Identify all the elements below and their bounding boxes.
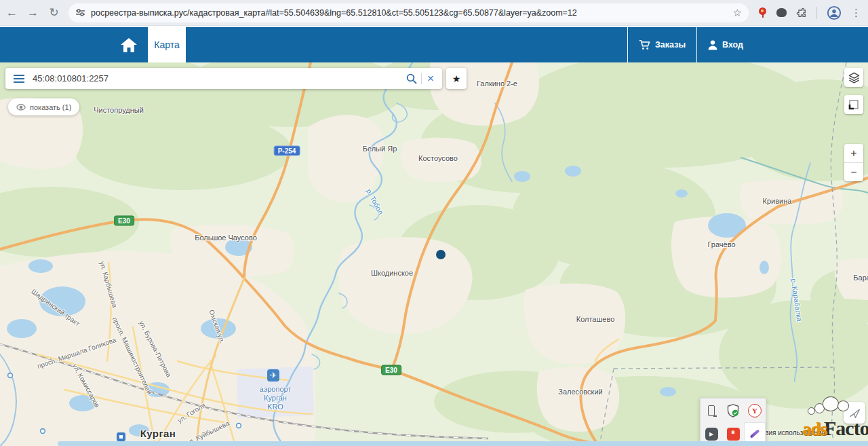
map-label: Залесовский — [558, 388, 602, 396]
map-canvas[interactable]: ЧистопрудныйГалкино 2-еБелый ЯрКостоусов… — [0, 62, 868, 446]
extension-shield-icon[interactable] — [776, 8, 787, 17]
browser-extensions: ⋮ — [758, 5, 868, 20]
map-base-art — [0, 62, 868, 446]
zoom-control: + − — [844, 144, 863, 181]
person-icon — [708, 40, 717, 50]
watermark-factory: Factory — [824, 417, 868, 440]
show-results-label: показать (1) — [30, 103, 71, 111]
navbar-right: Заказы Вход — [627, 27, 868, 62]
map-label: Колташево — [576, 315, 615, 323]
browser-back-icon[interactable]: ← — [3, 3, 21, 23]
zoom-in-button[interactable]: + — [844, 144, 863, 162]
eye-icon — [16, 104, 26, 111]
page-root: ← → ↻ росреестра-выписка.рус/кадастровая… — [0, 0, 868, 446]
site-navbar: Карта Заказы Вход — [0, 27, 868, 62]
map-label: Шкодинское — [371, 269, 413, 277]
railway-station-icon — [117, 432, 125, 441]
map-label: Кривина — [763, 197, 792, 205]
extension-pin-icon[interactable] — [758, 7, 767, 18]
layers-icon — [848, 72, 860, 83]
airport-icon: ✈ — [267, 369, 279, 382]
search-bar: × — [5, 68, 442, 89]
watermark-ads: ads — [802, 419, 827, 440]
profile-avatar-icon[interactable] — [827, 5, 842, 20]
clear-search-icon[interactable]: × — [422, 72, 442, 86]
system-tray-popup: Y ▶ * — [700, 398, 766, 446]
address-bar[interactable]: росреестра-выписка.рус/кадастровая_карта… — [68, 3, 749, 22]
site-settings-icon[interactable] — [75, 7, 85, 18]
tray-shield-icon[interactable] — [722, 398, 744, 422]
map-label: Костоусово — [418, 154, 458, 162]
bottom-scroll-strip[interactable] — [58, 441, 868, 446]
bookmark-star-icon[interactable]: ☆ — [733, 7, 742, 19]
road-badge: E30 — [114, 216, 134, 226]
map-label: Большое Чаусово — [195, 234, 257, 242]
tab-map-label: Карта — [154, 39, 179, 50]
map-label: Барашково — [853, 274, 868, 282]
home-button[interactable] — [110, 27, 148, 62]
login-button[interactable]: Вход — [697, 27, 754, 62]
show-results-button[interactable]: показать (1) — [8, 98, 79, 115]
map-label: Грачёво — [707, 240, 735, 248]
login-label: Вход — [722, 40, 743, 50]
browser-forward-icon[interactable]: → — [24, 3, 42, 23]
map-label: Курган — [140, 428, 176, 439]
browser-menu-icon[interactable]: ⋮ — [851, 7, 861, 19]
smoke-cloud-icon — [802, 394, 868, 417]
extensions-puzzle-icon[interactable] — [796, 7, 807, 18]
toolbar-divider — [816, 7, 817, 19]
road-badge: Р-254 — [274, 146, 300, 156]
map-label: Чистопрудный — [94, 106, 144, 114]
zoom-out-button[interactable]: − — [844, 163, 863, 181]
select-area-button[interactable] — [844, 95, 863, 114]
favorites-button[interactable]: ★ — [446, 68, 467, 89]
layers-button[interactable] — [844, 68, 863, 87]
search-icon[interactable] — [402, 73, 421, 84]
orders-button[interactable]: Заказы — [628, 27, 696, 62]
browser-reload-icon[interactable]: ↻ — [45, 3, 63, 23]
map-label: Белый Яр — [363, 145, 397, 153]
tray-phone-icon[interactable] — [701, 398, 722, 422]
map-label: аэропорт Курган KRO — [260, 385, 292, 411]
cart-icon — [639, 40, 650, 50]
star-icon: ★ — [452, 73, 461, 84]
browser-toolbar: ← → ↻ росреестра-выписка.рус/кадастровая… — [0, 0, 868, 26]
search-input[interactable] — [33, 73, 402, 83]
cadastral-parcel-marker[interactable] — [436, 250, 446, 259]
adsfactory-watermark: adsFactory — [802, 394, 868, 440]
url-text[interactable]: росреестра-выписка.рус/кадастровая_карта… — [91, 8, 728, 18]
navbar-filler — [754, 27, 868, 62]
tab-map[interactable]: Карта — [148, 27, 186, 62]
road-badge: E30 — [381, 365, 401, 375]
orders-label: Заказы — [655, 40, 686, 50]
menu-hamburger-icon[interactable] — [5, 75, 33, 83]
map-label: Галкино 2-е — [477, 79, 517, 88]
select-area-icon — [848, 99, 859, 110]
tray-yandex-icon[interactable]: Y — [744, 398, 766, 422]
